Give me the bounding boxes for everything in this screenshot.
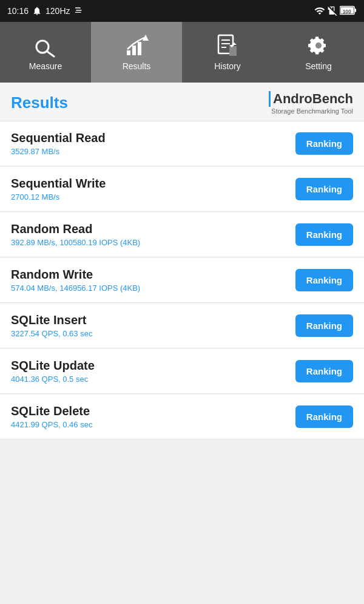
ranking-button-3[interactable]: Ranking <box>295 269 353 291</box>
bench-info-1: Sequential Write 2700.12 MB/s <box>11 177 295 202</box>
svg-text:100: 100 <box>343 8 351 14</box>
svg-marker-14 <box>229 46 237 56</box>
tab-history[interactable]: History <box>182 22 273 83</box>
brand-subtitle: Storage Benchmarking Tool <box>271 107 353 115</box>
bench-info-6: SQLite Delete 4421.99 QPS, 0.46 sec <box>11 404 295 429</box>
signal-icon <box>328 6 337 16</box>
ranking-button-5[interactable]: Ranking <box>295 360 353 382</box>
bench-value-3: 574.04 MB/s, 146956.17 IOPS (4KB) <box>11 283 295 293</box>
ranking-button-4[interactable]: Ranking <box>295 314 353 337</box>
battery-display: 100 <box>340 5 357 17</box>
measure-icon <box>33 33 58 58</box>
setting-icon <box>306 33 331 58</box>
bench-info-2: Random Read 392.89 MB/s, 100580.19 IOPS … <box>11 222 295 247</box>
tab-history-label: History <box>214 61 241 71</box>
table-row: Random Read 392.89 MB/s, 100580.19 IOPS … <box>0 212 364 257</box>
bench-value-1: 2700.12 MB/s <box>11 192 295 202</box>
results-icon <box>124 33 149 58</box>
table-row: Random Write 574.04 MB/s, 146956.17 IOPS… <box>0 258 364 303</box>
svg-rect-1 <box>354 8 356 12</box>
battery-icon: 100 <box>340 5 357 15</box>
bench-value-2: 392.89 MB/s, 100580.19 IOPS (4KB) <box>11 238 295 247</box>
bench-info-3: Random Write 574.04 MB/s, 146956.17 IOPS… <box>11 268 295 293</box>
tab-setting-label: Setting <box>305 61 332 71</box>
ranking-button-1[interactable]: Ranking <box>295 178 353 200</box>
tab-measure-label: Measure <box>29 61 62 71</box>
brand-wrap: AndroBench Storage Benchmarking Tool <box>269 91 353 115</box>
bench-value-0: 3529.87 MB/s <box>11 147 295 156</box>
ranking-button-6[interactable]: Ranking <box>295 405 353 428</box>
bench-value-5: 4041.36 QPS, 0.5 sec <box>11 375 295 384</box>
hz-display: 120Hz <box>46 6 70 16</box>
tab-results[interactable]: Results <box>91 22 182 83</box>
svg-point-18 <box>315 42 322 49</box>
bench-value-4: 3227.54 QPS, 0.63 sec <box>11 329 295 338</box>
bench-value-6: 4421.99 QPS, 0.46 sec <box>11 420 295 429</box>
nav-tabs: Measure Results Hi <box>0 22 364 83</box>
bench-info-5: SQLite Update 4041.36 QPS, 0.5 sec <box>11 359 295 384</box>
benchmark-list: Sequential Read 3529.87 MB/s Ranking Seq… <box>0 121 364 439</box>
bench-info-4: SQLite Insert 3227.54 QPS, 0.63 sec <box>11 313 295 338</box>
results-header: Results AndroBench Storage Benchmarking … <box>0 83 364 121</box>
tab-results-label: Results <box>123 61 151 71</box>
svg-rect-8 <box>138 42 141 55</box>
bench-name-4: SQLite Insert <box>11 313 295 327</box>
status-right: 100 <box>314 5 357 17</box>
tab-measure[interactable]: Measure <box>0 22 91 83</box>
wind-icon <box>74 6 84 16</box>
brand-name: AndroBench <box>269 91 353 107</box>
bench-name-0: Sequential Read <box>11 131 295 145</box>
svg-rect-7 <box>132 46 136 55</box>
svg-rect-6 <box>127 50 130 55</box>
tab-setting[interactable]: Setting <box>273 22 364 83</box>
bench-name-2: Random Read <box>11 222 295 236</box>
table-row: Sequential Read 3529.87 MB/s Ranking <box>0 121 364 166</box>
bench-name-5: SQLite Update <box>11 359 295 373</box>
svg-line-5 <box>47 52 54 56</box>
ranking-button-0[interactable]: Ranking <box>295 132 353 155</box>
status-bar: 10:16 120Hz 100 <box>0 0 364 22</box>
results-title: Results <box>11 93 68 112</box>
time-display: 10:16 <box>7 6 29 16</box>
table-row: SQLite Delete 4421.99 QPS, 0.46 sec Rank… <box>0 395 364 439</box>
wifi-icon <box>314 5 325 16</box>
bench-name-6: SQLite Delete <box>11 404 295 418</box>
table-row: Sequential Write 2700.12 MB/s Ranking <box>0 167 364 212</box>
table-row: SQLite Insert 3227.54 QPS, 0.63 sec Rank… <box>0 304 364 348</box>
bench-name-1: Sequential Write <box>11 177 295 191</box>
brand-bar <box>269 91 271 107</box>
bench-info-0: Sequential Read 3529.87 MB/s <box>11 131 295 156</box>
ranking-button-2[interactable]: Ranking <box>295 223 353 246</box>
status-left: 10:16 120Hz <box>7 6 84 16</box>
table-row: SQLite Update 4041.36 QPS, 0.5 sec Ranki… <box>0 349 364 394</box>
alarm-icon <box>32 6 42 16</box>
bench-name-3: Random Write <box>11 268 295 282</box>
history-icon <box>215 33 240 58</box>
